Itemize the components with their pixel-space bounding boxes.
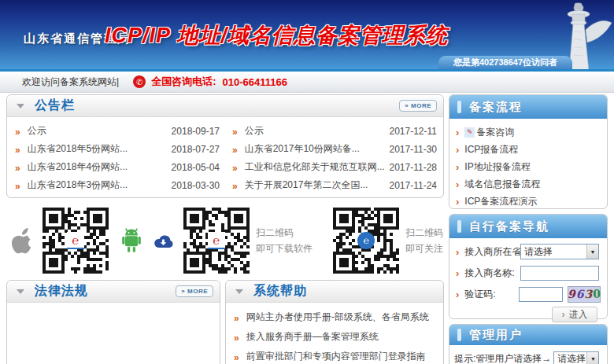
- qr-center-logo: [357, 232, 375, 249]
- sidebar-link-ip-process[interactable]: IP地址报备流程: [464, 160, 530, 174]
- hotline-number: 010-66411166: [222, 76, 287, 88]
- announcement-header: 公告栏 » MORE: [7, 95, 443, 117]
- arrow-bullet-icon: [234, 311, 239, 324]
- phone-icon: [133, 75, 146, 88]
- triangle-down-icon: [17, 289, 24, 294]
- province-row: 接入商所在省: 请选择: [456, 244, 601, 259]
- announcement-more-button[interactable]: » MORE: [399, 100, 437, 112]
- list-item: ICP备案流程演示: [456, 193, 602, 210]
- announcement-link[interactable]: 山东省2018年5份网站...: [28, 142, 172, 156]
- qr-code-android-download: [183, 208, 250, 274]
- visitor-counter: 您是第402738647位访问者: [438, 56, 572, 69]
- arrow-bullet-icon: [456, 143, 459, 156]
- arrow-bullet-icon: [15, 125, 20, 138]
- captcha-input[interactable]: [519, 287, 563, 302]
- admin-hint-label: 提示:管理用户请选择→: [454, 352, 551, 364]
- isp-name-input[interactable]: [520, 266, 599, 281]
- list-item: 公示 2017-12-11: [232, 122, 437, 140]
- qr-center-logo: [67, 232, 84, 249]
- list-item: 前置审批部门和专项内容管理部门登录指南: [226, 347, 443, 364]
- new-icon: [464, 127, 475, 138]
- sidebar-link-icp-process[interactable]: ICP报备流程: [464, 143, 518, 156]
- help-link[interactable]: 接入服务商手册—备案管理系统: [246, 330, 379, 344]
- welcome-bar: 欢迎访问备案系统网站| 全国咨询电话: 010-66411166: [0, 72, 614, 93]
- help-header: 系统帮助: [226, 281, 443, 303]
- self-filing-nav-panel: 自行备案导航 接入商所在省: 请选择 接入商名称: 验证码:: [449, 214, 608, 319]
- help-title: 系统帮助: [253, 283, 307, 300]
- chevron-down-icon: [586, 245, 598, 259]
- help-panel: 系统帮助 网站主办者使用手册-部级系统、各省局系统 接入服务商手册—备案管理系统…: [225, 280, 444, 364]
- arrow-bullet-icon: [456, 126, 459, 138]
- help-link[interactable]: 网站主办者使用手册-部级系统、各省局系统: [246, 311, 429, 324]
- self-filing-nav-title: 自行备案导航: [469, 219, 549, 234]
- isp-name-row: 接入商名称:: [456, 265, 601, 281]
- filing-process-header: 备案流程: [449, 95, 607, 119]
- laws-header: 法律法规 » MORE: [7, 281, 220, 303]
- announcement-link[interactable]: 山东省2017年10份网站备...: [245, 142, 390, 156]
- enter-button[interactable]: 进入: [552, 307, 597, 322]
- list-item: 关于开展2017年第二次全国... 2017-11-24: [232, 176, 437, 194]
- site-header: 山东省通信管理局 ICP/IP 地址/域名信息备案管理系统 您是第4027386…: [0, 0, 614, 69]
- sidebar-link-consult[interactable]: 备案咨询: [476, 126, 514, 139]
- list-item: 工业和信息化部关于规范互联网... 2017-11-28: [232, 158, 437, 176]
- announcement-link[interactable]: 山东省2018年3份网站...: [28, 178, 172, 192]
- header-accent-bar: [457, 101, 461, 113]
- announcement-date: 2018-05-04: [172, 162, 220, 173]
- header-accent-bar: [457, 220, 461, 233]
- list-item: 山东省2018年5份网站... 2018-07-27: [15, 140, 220, 158]
- announcement-date: 2017-12-11: [390, 126, 438, 137]
- help-link[interactable]: 前置审批部门和专项内容管理部门登录指南: [246, 350, 426, 363]
- admin-select-value: 请选择: [557, 352, 586, 364]
- list-item: 山东省2018年3份网站... 2018-03-30: [15, 176, 220, 194]
- announcement-column-right: 公示 2017-12-11 山东省2017年10份网站备... 2017-11-…: [232, 122, 437, 194]
- admin-user-select[interactable]: 请选择: [553, 351, 599, 364]
- qr-code-ios-download: [43, 208, 109, 274]
- triangle-down-icon: [235, 289, 243, 294]
- site-title: ICP/IP 地址/域名信息备案管理系统: [105, 21, 448, 50]
- list-item: 山东省2018年4份网站... 2018-05-04: [15, 158, 220, 176]
- announcement-link[interactable]: 公示: [28, 124, 172, 138]
- arrow-bullet-icon: [232, 179, 238, 192]
- arrow-bullet-icon: [456, 178, 459, 190]
- arrow-bullet-icon: [15, 161, 20, 174]
- admin-users-title: 管理用户: [469, 328, 523, 343]
- qr-center-logo: [208, 232, 225, 249]
- admin-select-row: 提示:管理用户请选择→ 请选择: [454, 351, 607, 364]
- android-robot-icon: [120, 227, 143, 254]
- qr-code-strip: 扫二维码 即可下载软件 扫二维码 即可关注: [6, 204, 444, 277]
- province-select[interactable]: 请选择: [520, 244, 599, 259]
- arrow-bullet-icon: [456, 289, 459, 300]
- arrow-bullet-icon: [456, 268, 459, 278]
- triangle-down-icon: [17, 104, 24, 108]
- admin-users-panel: 管理用户 提示:管理用户请选择→ 请选择: [449, 324, 608, 364]
- arrow-bullet-icon: [456, 247, 459, 257]
- arrow-bullet-icon: [15, 179, 20, 192]
- captcha-image[interactable]: 9 6 3 0: [568, 286, 601, 303]
- cloud-download-icon: [153, 233, 174, 248]
- announcement-link[interactable]: 公示: [245, 124, 390, 138]
- announcement-link[interactable]: 山东省2018年4份网站...: [28, 160, 172, 174]
- announcement-date: 2018-07-27: [172, 144, 220, 155]
- list-item: 域名信息报备流程: [456, 175, 602, 193]
- announcement-panel: 公告栏 » MORE 公示 2018-09-17 山东省2018年5份网站...…: [6, 94, 444, 198]
- announcement-link[interactable]: 工业和信息化部关于规范互联网...: [245, 160, 390, 174]
- filing-process-title: 备案流程: [469, 100, 523, 115]
- announcement-link[interactable]: 关于开展2017年第二次全国...: [245, 178, 390, 192]
- laws-more-button[interactable]: » MORE: [176, 285, 213, 297]
- arrow-bullet-icon: [456, 160, 459, 173]
- sidebar-link-domain-process[interactable]: 域名信息报备流程: [464, 178, 540, 191]
- announcement-column-left: 公示 2018-09-17 山东省2018年5份网站... 2018-07-27…: [15, 122, 220, 194]
- arrow-bullet-icon: [15, 143, 20, 156]
- sidebar-link-icp-demo[interactable]: ICP备案流程演示: [464, 195, 537, 208]
- announcement-date: 2017-11-30: [390, 144, 438, 155]
- laws-title: 法律法规: [35, 283, 88, 300]
- list-item: 接入服务商手册—备案管理系统: [226, 327, 443, 347]
- arrow-bullet-icon: [234, 331, 239, 344]
- chevron-down-icon: [586, 352, 598, 364]
- arrow-bullet-icon: [232, 161, 238, 174]
- announcement-date: 2018-09-17: [172, 126, 220, 137]
- captcha-label: 验证码:: [456, 288, 519, 301]
- qr-code-follow: [333, 208, 399, 274]
- list-item: 备案咨询: [456, 123, 602, 141]
- list-item: ICP报备流程: [456, 141, 602, 158]
